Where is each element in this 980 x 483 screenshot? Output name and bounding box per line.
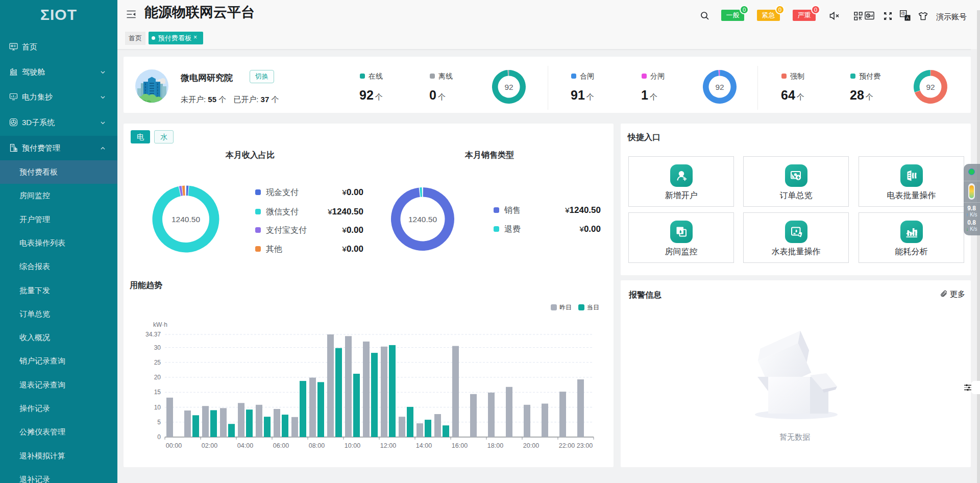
svg-text:16:00: 16:00 xyxy=(452,442,468,449)
svg-text:20: 20 xyxy=(154,374,161,381)
svg-text:00:00: 00:00 xyxy=(166,442,182,449)
svg-text:18:00: 18:00 xyxy=(487,442,503,449)
svg-text:5: 5 xyxy=(157,419,161,426)
svg-text:06:00: 06:00 xyxy=(273,442,289,449)
svg-text:34.37: 34.37 xyxy=(145,331,161,338)
svg-text:02:00: 02:00 xyxy=(202,442,217,449)
svg-text:0: 0 xyxy=(157,433,161,441)
svg-text:1240.50: 1240.50 xyxy=(172,215,200,224)
svg-text:92: 92 xyxy=(504,83,513,91)
svg-text:10: 10 xyxy=(154,404,161,411)
svg-text:kW·h: kW·h xyxy=(153,321,167,328)
svg-text:20:00: 20:00 xyxy=(523,442,539,449)
svg-text:1240.50: 1240.50 xyxy=(408,215,437,224)
svg-text:04:00: 04:00 xyxy=(237,442,253,449)
svg-text:12:00: 12:00 xyxy=(380,442,396,449)
svg-text:30: 30 xyxy=(154,344,161,351)
svg-text:92: 92 xyxy=(715,83,724,91)
svg-text:08:00: 08:00 xyxy=(309,442,325,449)
svg-text:23:00: 23:00 xyxy=(577,442,593,449)
svg-text:10:00: 10:00 xyxy=(345,442,360,449)
svg-text:22:00: 22:00 xyxy=(559,442,575,449)
svg-text:14:00: 14:00 xyxy=(416,442,432,449)
svg-text:25: 25 xyxy=(154,359,161,366)
svg-text:92: 92 xyxy=(926,83,935,91)
svg-text:A: A xyxy=(906,15,909,20)
svg-text:15: 15 xyxy=(154,389,161,396)
